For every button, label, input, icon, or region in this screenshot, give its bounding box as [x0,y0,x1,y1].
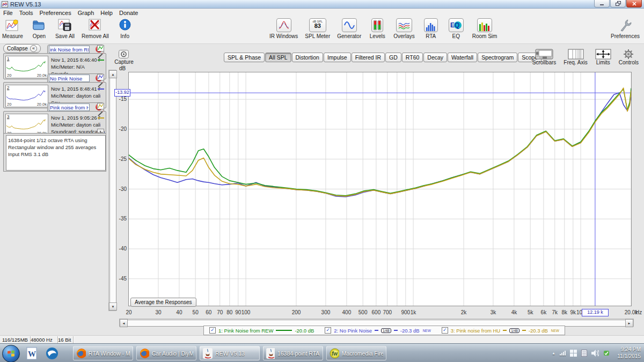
tab-rt60[interactable]: RT60 [402,53,423,62]
svg-text:EQ: EQ [450,21,459,29]
open-folder-icon [32,17,46,33]
measurement-date-1: Nov 1, 2015 8:46:40 PM [51,57,100,63]
measurement-graph-icon-1[interactable] [97,45,104,51]
spl-meter-button[interactable]: dB SPL 83 SPL Meter [305,17,330,39]
legend-smoothing-badge-2[interactable]: 1/48 [381,328,391,333]
scroll-right-icon[interactable]: ► [625,319,633,327]
levels-button[interactable]: Levels [368,17,386,39]
info-button[interactable]: Info [116,17,134,39]
spl-chart[interactable] [129,72,631,306]
measurement-thumbnail-2: 2 20 20.0k [5,85,48,107]
measurement-graph-icon-2[interactable] [97,74,104,80]
taskbar-button-rew[interactable]: REW V5.13 [200,346,260,360]
save-all-button[interactable]: Save All [55,17,75,39]
measurement-name-field-1[interactable] [49,46,90,53]
tab-filtered-ir[interactable]: Filtered IR [352,53,385,62]
levels-icon [371,18,383,32]
collapse-chevron-icon: « [30,45,37,52]
legend-checkbox-1[interactable]: ✓ [209,327,216,334]
legend-checkbox-2[interactable]: ✓ [325,327,331,334]
window-title: REW V5.13 [10,1,41,8]
capture-button[interactable] [119,50,129,58]
close-button[interactable] [626,0,642,8]
restore-button[interactable] [610,0,626,8]
measurement-date-3: Nov 1, 2015 9:05:26 PM [51,115,100,121]
tab-decay[interactable]: Decay [423,53,447,62]
action-center-flag-icon[interactable] [570,350,577,357]
y-tick-label: -30 [109,186,127,192]
tab-gd[interactable]: GD [385,53,401,62]
legend-smoothing-badge-3[interactable]: 1/48 [509,328,519,333]
menu-donate[interactable]: Donate [116,10,141,16]
eq-button[interactable]: EQ EQ [447,17,465,39]
generator-button[interactable]: Generator [337,17,361,39]
measurement-notes-field[interactable]: 16384-point 1/12 octave RTA using Rectan… [6,135,106,171]
start-button[interactable] [2,345,20,362]
tab-spectrogram[interactable]: Spectrogram [478,53,517,62]
taskbar-button-rta-window[interactable]: 16384-point RTA ... [263,346,323,360]
room-sim-icon [477,18,492,32]
measurement-graph-icon-3[interactable] [97,103,104,109]
tab-all-spl[interactable]: All SPL [265,53,291,62]
rta-button[interactable]: RTA [422,17,440,39]
taskbar-button-fireworks[interactable]: fw Macromedia Fire... [326,346,386,360]
word-quicklaunch-icon[interactable]: W [25,346,39,360]
safely-remove-icon[interactable] [603,350,610,357]
limits-button[interactable]: Limits [595,48,611,65]
thunderbird-quicklaunch-icon[interactable] [45,346,59,360]
show-hidden-icons-button[interactable]: ▲ [552,351,555,355]
menu-preferences[interactable]: Preferences [36,10,74,16]
tab-impulse[interactable]: Impulse [324,53,351,62]
menubar: File Tools Preferences Graph Help Donate [0,9,644,17]
controls-button[interactable]: Controls [619,48,639,65]
scrollbars-button[interactable]: Scrollbars [532,48,556,65]
taskbar-button-firefox-caraudio[interactable]: Car Audio | DiyM... [136,346,196,360]
overlays-button[interactable]: Overlays [393,17,414,39]
measure-button[interactable]: Measure [2,17,23,39]
menu-graph[interactable]: Graph [75,10,98,16]
trace-color-swatch-3 [98,117,104,119]
measurement-name-field-2[interactable] [49,75,90,82]
menu-tools[interactable]: Tools [16,10,36,16]
measurement-pencil-icon-1[interactable] [97,53,104,59]
measurement-mic-1: Mic/Meter: N/A [51,64,100,70]
menu-help[interactable]: Help [97,10,116,16]
measurement-pencil-icon-3[interactable] [97,110,104,117]
measurement-name-field-3[interactable] [49,104,90,111]
x-tick-label: 1k [411,309,416,315]
x-tick-label: 50 [193,309,199,315]
remove-all-button[interactable]: Remove All [82,17,109,39]
tab-waterfall[interactable]: Waterfall [448,53,477,62]
average-responses-button[interactable]: Average the Responses [130,298,196,307]
volume-icon[interactable] [591,350,599,357]
firefox-icon [140,348,149,359]
windows-flag-icon [8,350,14,357]
tab-distortion[interactable]: Distortion [292,53,323,62]
svg-text:fw: fw [332,351,338,357]
taskbar-clock[interactable]: 9:24 PM 11/1/2015 [617,346,641,360]
network-signal-icon[interactable] [560,351,566,356]
taskbar-button-firefox-rta[interactable]: RTA Window - M... [73,346,133,360]
open-button[interactable]: Open [30,17,48,39]
scroll-up-icon[interactable]: ▲ [109,70,117,78]
menu-file[interactable]: File [0,10,16,16]
overlays-icon [396,18,412,32]
rew-application-window: REW V5.13 File Tools Preferences Graph H… [0,0,644,362]
legend-checkbox-3[interactable]: ✓ [442,327,448,334]
freq-axis-button[interactable]: Freq. Axis [564,48,587,65]
minimize-button[interactable] [594,0,610,8]
collapse-button[interactable]: Collapse « [3,44,41,53]
tab-spl-phase[interactable]: SPL & Phase [224,53,265,62]
remove-all-icon [87,17,103,33]
scroll-left-icon[interactable]: ◄ [120,319,128,327]
measurement-pencil-icon-2[interactable] [97,82,104,88]
cursor-freq-readout: 12.19 k [582,309,609,316]
capture-label: Capture [111,59,137,65]
room-sim-button[interactable]: Room Sim [472,17,497,39]
bit-depth: 16 Bit [56,336,74,343]
sample-rate: 48000 Hz [28,336,58,343]
preferences-button[interactable]: Preferences [611,17,640,39]
device-icon[interactable] [581,350,587,357]
ir-windows-button[interactable]: IR Windows [269,17,298,39]
x-axis-unit-label: Hz [635,309,642,315]
